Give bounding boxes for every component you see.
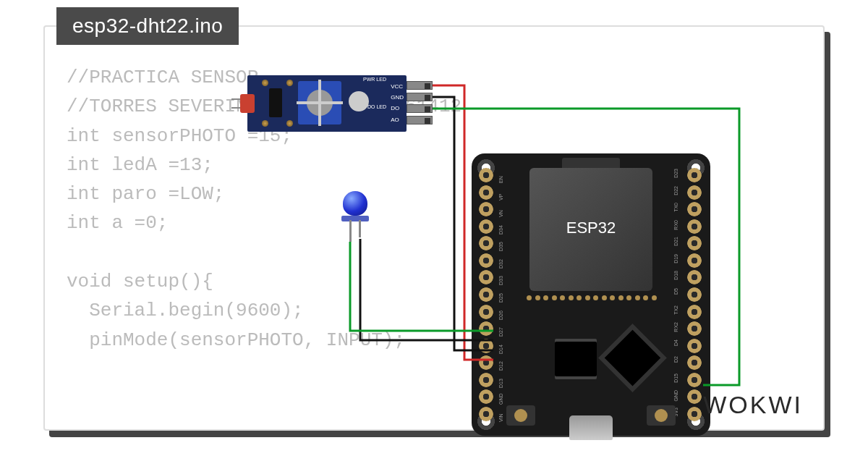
potentiometer-slot-icon: [297, 101, 343, 104]
sensor-led-labels: PWR LED DO LED: [363, 77, 386, 109]
esp32-left-pin-labels: ENVPVND34D35D32D33D25D26D27D14D12D13GNDV…: [496, 171, 511, 420]
blue-led[interactable]: [343, 191, 367, 221]
module-pad-row: [527, 295, 657, 308]
sensor-pin-vcc[interactable]: [407, 81, 433, 90]
led-base-icon: [341, 216, 369, 221]
sensor-pin-gnd[interactable]: [407, 93, 433, 101]
sensor-pad-icon: [286, 80, 293, 86]
esp32-boot-button[interactable]: [506, 405, 535, 426]
sensor-ic-icon: [269, 88, 282, 117]
usb-chip-icon: [605, 330, 661, 387]
sensor-pin-labels: VCC GND DO AO: [391, 81, 404, 125]
sensor-pad-icon: [286, 120, 293, 127]
photoresistor-icon: [240, 94, 255, 113]
sensor-pin-ao[interactable]: [407, 116, 433, 124]
wokwi-brand: WOKWI: [703, 391, 803, 419]
esp32-right-pin-labels: D23D22TX0RX0D21D19D18D5TX2RX2D4D2D15GND3…: [671, 171, 686, 420]
esp32-board[interactable]: ESP32 ENVPVND34D35D32D33D25D26D27D14D12D…: [472, 153, 710, 436]
esp32-shield: ESP32: [529, 168, 652, 291]
micro-usb-port[interactable]: [569, 415, 613, 440]
sensor-pin-header[interactable]: [407, 81, 433, 124]
esp32-en-button[interactable]: [647, 405, 676, 426]
esp32-left-pinrow[interactable]: [479, 168, 495, 421]
preview-card: //PRACTICA SENSOR //TORRES SEVERINO 3614…: [43, 25, 825, 431]
esp32-right-pinrow[interactable]: [687, 168, 703, 421]
file-tab[interactable]: esp32-dht22.ino: [56, 7, 239, 45]
led-anode-leg[interactable]: [349, 220, 352, 242]
esp32-shield-label: ESP32: [529, 219, 652, 237]
sensor-pad-icon: [262, 80, 268, 86]
ldr-sensor-module[interactable]: PWR LED DO LED VCC GND DO AO: [247, 75, 407, 132]
led-cathode-leg[interactable]: [359, 220, 361, 237]
led-bulb-icon: [343, 191, 367, 216]
sensor-pin-do[interactable]: [407, 104, 433, 113]
regulator-chip-icon: [555, 342, 597, 376]
sensor-pad-icon: [262, 120, 268, 127]
file-tab-label: esp32-dht22.ino: [72, 14, 223, 37]
